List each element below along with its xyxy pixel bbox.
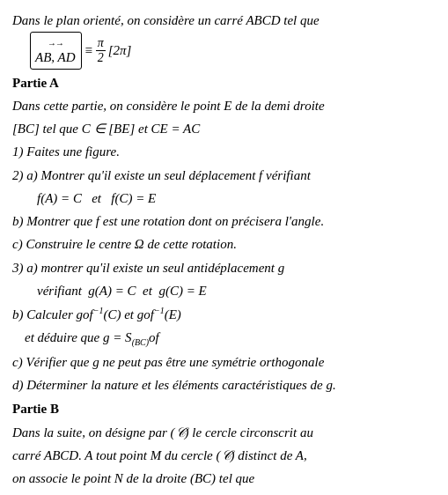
mod-expr: [2π] (108, 41, 132, 61)
question-2b: b) Montrer que f est une rotation dont o… (12, 211, 436, 232)
partie-b-title: Partie B (12, 399, 436, 419)
vec-AB: →→ AB, AD (35, 41, 76, 68)
question-3b-line2: et déduire que g = S(BC)of (25, 328, 436, 350)
question-2c: c) Construire le centre Ω de cette rotat… (12, 234, 436, 255)
intro-paragraph: Dans le plan orienté, on considère un ca… (12, 11, 436, 31)
formula-box: →→ AB, AD (30, 32, 82, 69)
fraction: π 2 (96, 36, 106, 64)
question-3a-line2: vérifiant g(A) = C et g(C) = E (37, 281, 436, 301)
partie-b-line2: carré ABCD. A tout point M du cercle (𝒞)… (12, 446, 436, 466)
question-3d: d) Déterminer la nature et les éléments … (12, 375, 436, 395)
question-3b-line1: b) Calculer gof−1(C) et gof−1(E) (12, 304, 436, 325)
partie-b-line1: Dans la suite, on désigne par (𝒞) le cer… (12, 423, 436, 443)
partie-a-title: Partie A (12, 73, 436, 93)
partie-a-intro: Dans cette partie, on considère le point… (12, 96, 436, 116)
question-1: 1) Faites une figure. (12, 142, 436, 162)
question-3c: c) Vérifier que g ne peut pas être une s… (12, 352, 436, 373)
intro-text-1: Dans le plan orienté, on considère un ca… (12, 13, 319, 27)
partie-a-condition: [BC] tel que C ∈ [BE] et CE = AC (12, 119, 436, 139)
equiv-symbol: ≡ (84, 41, 93, 61)
question-2a-line2: f(A) = C et f(C) = E (37, 188, 436, 209)
document-content: Dans le plan orienté, on considère un ca… (12, 11, 436, 489)
intro-formula-line: →→ AB, AD ≡ π 2 [2π] (30, 32, 436, 69)
partie-b-line3: on associe le point N de la droite (BC) … (12, 469, 436, 489)
question-2a-line1: 2) a) Montrer qu'il existe un seul dépla… (12, 166, 436, 186)
question-3a-line1: 3) a) montrer qu'il existe un seul antid… (12, 258, 436, 278)
